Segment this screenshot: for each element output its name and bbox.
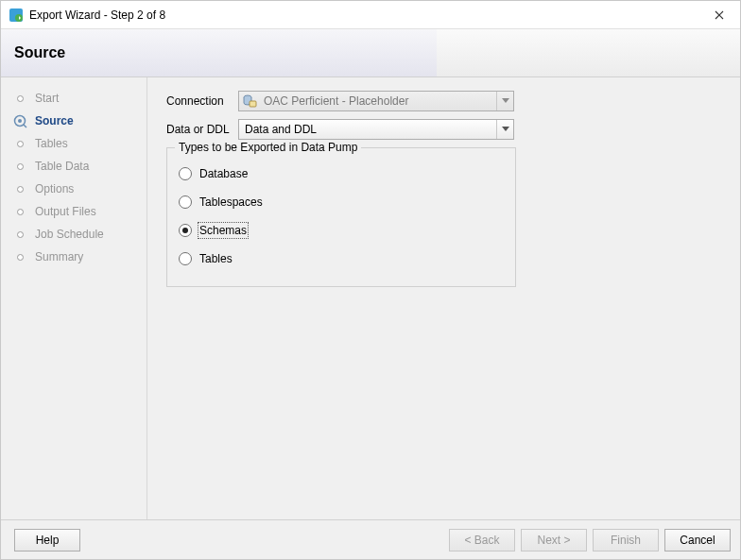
database-icon xyxy=(241,93,258,110)
body: Start Source Tables Table Data xyxy=(1,76,740,519)
types-legend: Types to be Exported in Data Pump xyxy=(175,141,361,154)
footer: Help < Back Next > Finish Cancel xyxy=(1,519,740,559)
titlebar: Export Wizard - Step 2 of 8 xyxy=(1,1,740,29)
radio-tablespaces[interactable]: Tablespaces xyxy=(179,188,504,216)
step-bullet-icon xyxy=(12,204,27,219)
sidebar-item-label: Summary xyxy=(35,250,83,263)
radio-schemas[interactable]: Schemas xyxy=(179,216,504,245)
sidebar-item-label: Job Schedule xyxy=(35,228,104,241)
svg-line-4 xyxy=(24,125,26,127)
svg-point-3 xyxy=(18,119,22,123)
radio-icon xyxy=(179,167,192,180)
content-area: Connection OAC Perficient - Placeholder xyxy=(147,77,740,519)
chevron-down-icon xyxy=(496,92,513,110)
sidebar-item-output-files[interactable]: Output Files xyxy=(1,200,146,223)
sidebar-item-start[interactable]: Start xyxy=(1,87,146,110)
step-bullet-icon xyxy=(12,181,27,196)
radio-label: Database xyxy=(199,167,248,180)
step-bullet-icon xyxy=(12,249,27,264)
data-or-ddl-row: Data or DDL Data and DDL xyxy=(166,119,721,140)
page-title: Source xyxy=(14,44,65,61)
radio-label: Tablespaces xyxy=(199,195,263,209)
chevron-down-icon xyxy=(496,120,513,139)
radio-icon xyxy=(179,252,192,265)
cancel-button[interactable]: Cancel xyxy=(664,529,731,552)
next-button: Next > xyxy=(521,529,587,552)
data-or-ddl-value: Data and DDL xyxy=(239,123,496,136)
step-bullet-icon xyxy=(12,91,27,106)
data-or-ddl-label: Data or DDL xyxy=(166,123,238,136)
sidebar-item-job-schedule[interactable]: Job Schedule xyxy=(1,223,146,246)
connection-row: Connection OAC Perficient - Placeholder xyxy=(166,91,721,111)
progress-shade xyxy=(1,29,437,76)
radio-icon xyxy=(179,195,192,209)
types-radio-group: Database Tablespaces Schemas Tables xyxy=(179,160,504,273)
help-button[interactable]: Help xyxy=(14,529,80,552)
connection-dropdown: OAC Perficient - Placeholder xyxy=(238,91,514,111)
finish-button: Finish xyxy=(593,529,659,552)
step-bullet-icon xyxy=(12,136,27,151)
sidebar-item-source[interactable]: Source xyxy=(1,110,146,132)
radio-database[interactable]: Database xyxy=(179,160,504,188)
data-or-ddl-dropdown[interactable]: Data and DDL xyxy=(238,119,514,140)
radio-tables[interactable]: Tables xyxy=(179,245,504,273)
header-band: Source xyxy=(1,29,740,76)
export-wizard-window: Export Wizard - Step 2 of 8 Source Start xyxy=(0,0,741,560)
sidebar-item-label: Source xyxy=(35,114,74,127)
sidebar-item-label: Tables xyxy=(35,137,68,150)
sidebar-item-label: Start xyxy=(35,92,59,105)
sidebar-item-label: Options xyxy=(35,182,74,195)
svg-rect-6 xyxy=(250,101,256,107)
step-bullet-icon xyxy=(12,159,27,174)
radio-icon xyxy=(179,224,192,237)
step-bullet-icon xyxy=(12,227,27,242)
sidebar-item-label: Table Data xyxy=(35,160,89,173)
types-fieldset: Types to be Exported in Data Pump Databa… xyxy=(166,147,516,287)
connection-value: OAC Perficient - Placeholder xyxy=(262,94,496,108)
back-button: < Back xyxy=(449,529,515,552)
radio-label: Schemas xyxy=(199,224,247,237)
app-icon xyxy=(9,8,24,23)
connection-label: Connection xyxy=(166,94,238,108)
sidebar-item-table-data[interactable]: Table Data xyxy=(1,155,146,178)
close-button[interactable] xyxy=(698,1,740,29)
step-bullet-icon xyxy=(12,113,27,128)
sidebar-item-summary[interactable]: Summary xyxy=(1,246,146,268)
sidebar-item-label: Output Files xyxy=(35,205,96,218)
sidebar-item-options[interactable]: Options xyxy=(1,178,146,200)
radio-label: Tables xyxy=(199,252,233,265)
sidebar: Start Source Tables Table Data xyxy=(1,77,147,519)
window-title: Export Wizard - Step 2 of 8 xyxy=(29,8,698,22)
sidebar-item-tables[interactable]: Tables xyxy=(1,132,146,155)
